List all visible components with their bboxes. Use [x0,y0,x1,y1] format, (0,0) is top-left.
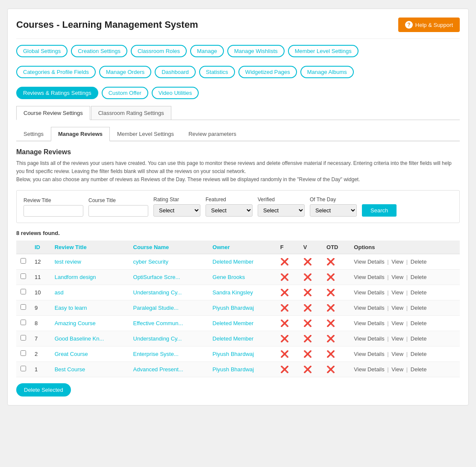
row-course-name[interactable]: Effective Commun... [133,320,183,326]
row-review-title[interactable]: Easy to learn [55,305,87,311]
nav-btn-reviews---ratings-settings[interactable]: Reviews & Ratings Settings [16,87,98,99]
row-checkbox[interactable] [21,350,26,356]
outer-tab-classroom-rating-settings[interactable]: Classroom Rating Settings [91,106,171,120]
row-review-title[interactable]: Great Course [55,351,88,357]
col-header-f: F [276,241,299,254]
row-course-name[interactable]: OptiSurface Scre... [133,274,180,280]
row-course-name[interactable]: cyber Security [133,258,168,265]
row-course-name[interactable]: Advanced Present... [133,366,183,373]
option-view-details[interactable]: View Details [354,305,384,311]
row-course-name[interactable]: Paralegal Studie... [133,305,179,311]
option-view-details[interactable]: View Details [354,258,384,265]
nav-btn-manage[interactable]: Manage [190,45,224,57]
option-view-details[interactable]: View Details [354,320,384,326]
option-view-details[interactable]: View Details [354,289,384,296]
row-review-title[interactable]: Best Course [55,366,85,373]
row-owner[interactable]: Deleted Member [212,320,253,326]
row-review-title[interactable]: test review [55,258,81,265]
of-the-day-field: Of The Day Select [310,197,357,217]
option-view-details[interactable]: View Details [354,351,384,357]
option-view-details[interactable]: View Details [354,274,384,280]
of-the-day-select[interactable]: Select [310,204,357,217]
option-view[interactable]: View [391,258,403,265]
search-button[interactable]: Search [362,204,397,217]
row-checkbox[interactable] [21,304,26,310]
row-checkbox[interactable] [21,366,26,371]
row-owner[interactable]: Piyush Bhardwaj [212,305,254,311]
featured-field: Featured Select [206,197,253,217]
row-owner[interactable]: Piyush Bhardwaj [212,366,254,373]
verified-select[interactable]: Select [258,204,305,217]
row-owner[interactable]: Piyush Bhardwaj [212,351,254,357]
nav-btn-categories---profile-fields[interactable]: Categories & Profile Fields [16,66,96,78]
row-owner[interactable]: Deleted Member [212,335,253,342]
rating-star-select[interactable]: Select [153,204,200,217]
option-delete[interactable]: Delete [411,320,427,326]
course-title-label: Course Title [88,197,148,203]
row-checkbox[interactable] [21,320,26,325]
option-separator: | [405,366,409,373]
nav-btn-manage-albums[interactable]: Manage Albums [300,66,354,78]
option-view[interactable]: View [391,335,403,342]
row-owner[interactable]: Sandra Kingsley [212,289,253,296]
row-course-name[interactable]: Understanding Cy... [133,335,182,342]
table-row: 1Best CourseAdvanced Present...Piyush Bh… [16,361,460,377]
option-separator: | [405,351,409,357]
help-support-button[interactable]: ? Help & Support [398,18,460,32]
featured-label: Featured [206,197,253,203]
option-delete[interactable]: Delete [411,366,427,373]
row-f-icon: ❌ [280,335,289,343]
option-delete[interactable]: Delete [411,305,427,311]
nav-btn-classroom-roles[interactable]: Classroom Roles [131,45,187,57]
nav-btn-custom-offer[interactable]: Custom Offer [102,87,148,99]
outer-tab-course-review-settings[interactable]: Course Review Settings [16,106,90,120]
inner-tab-review-parameters[interactable]: Review parameters [181,127,244,141]
row-checkbox[interactable] [21,273,26,279]
option-view[interactable]: View [391,366,403,373]
option-view[interactable]: View [391,289,403,296]
featured-select[interactable]: Select [206,204,253,217]
option-view[interactable]: View [391,305,403,311]
option-delete[interactable]: Delete [411,351,427,357]
option-delete[interactable]: Delete [411,274,427,280]
row-review-title[interactable]: Good Baseline Kn... [55,335,104,342]
nav-btn-manage-wishlists[interactable]: Manage Wishlists [227,45,285,57]
delete-selected-button[interactable]: Delete Selected [16,383,71,397]
row-f-icon: ❌ [280,365,289,373]
row-checkbox[interactable] [21,289,26,294]
option-view-details[interactable]: View Details [354,335,384,342]
inner-tab-settings[interactable]: Settings [16,127,51,141]
nav-btn-manage-orders[interactable]: Manage Orders [99,66,151,78]
row-review-title[interactable]: asd [55,289,64,296]
nav-btn-member-level-settings[interactable]: Member Level Settings [288,45,358,57]
row-checkbox[interactable] [21,335,26,341]
nav-btn-dashboard[interactable]: Dashboard [155,66,196,78]
option-view[interactable]: View [391,274,403,280]
row-course-name[interactable]: Enterprise Syste... [133,351,179,357]
nav-btn-widgetized-pages[interactable]: Widgetized Pages [238,66,297,78]
review-title-input[interactable] [24,205,83,217]
option-delete[interactable]: Delete [411,289,427,296]
option-delete[interactable]: Delete [411,258,427,265]
row-options: View Details | View | Delete [350,331,460,346]
option-view[interactable]: View [391,351,403,357]
row-course-name[interactable]: Understanding Cy... [133,289,182,296]
option-delete[interactable]: Delete [411,335,427,342]
option-view[interactable]: View [391,320,403,326]
row-owner[interactable]: Gene Brooks [212,274,245,280]
inner-tab-member-level-settings[interactable]: Member Level Settings [110,127,181,141]
row-review-title[interactable]: Landform design [55,274,96,280]
verified-field: Verified Select [258,197,305,217]
course-title-input[interactable] [88,205,148,217]
nav-btn-creation-settings[interactable]: Creation Settings [71,45,127,57]
nav-btn-statistics[interactable]: Statistics [199,66,235,78]
inner-tab-manage-reviews[interactable]: Manage Reviews [51,127,110,141]
option-view-details[interactable]: View Details [354,366,384,373]
row-review-title[interactable]: Amazing Course [55,320,96,326]
row-owner[interactable]: Deleted Member [212,258,253,265]
row-checkbox[interactable] [21,258,26,264]
row-id: 10 [30,285,50,300]
inner-tab-bar: SettingsManage ReviewsMember Level Setti… [16,127,460,141]
nav-btn-video-utilities[interactable]: Video Utilities [152,87,199,99]
nav-btn-global-settings[interactable]: Global Settings [16,45,68,57]
